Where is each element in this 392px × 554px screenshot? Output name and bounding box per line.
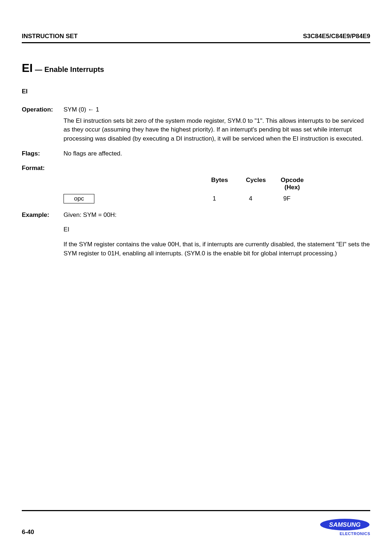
example-label: Example: [22, 211, 64, 264]
format-label: Format: [22, 164, 64, 173]
instruction-title: EI — Enable Interrupts [22, 61, 370, 75]
header-right: S3C84E5/C84E9/P84E9 [303, 33, 370, 40]
page-footer: 6-40 SAMSUNG ELECTRONICS [22, 510, 370, 536]
opcode-box: opc [64, 194, 94, 203]
format-headers: Bytes Cycles Opcode (Hex) [201, 177, 370, 191]
operation-section: Operation: SYM (0) ← 1 The EI instructio… [22, 105, 370, 143]
example-description: If the SYM register contains the value 0… [64, 240, 370, 258]
example-body: Given: SYM = 00H: EI If the SYM register… [64, 211, 370, 264]
title-separator: — [35, 65, 42, 74]
value-cycles: 4 [232, 195, 269, 202]
flags-text: No flags are affected. [64, 149, 370, 158]
format-table: Bytes Cycles Opcode (Hex) opc 1 4 9F [22, 177, 370, 203]
flags-section: Flags: No flags are affected. [22, 149, 370, 158]
flags-label: Flags: [22, 149, 64, 158]
title-description: Enable Interrupts [44, 65, 104, 74]
logo-subtext: ELECTRONICS [319, 531, 370, 536]
operation-label: Operation: [22, 105, 64, 143]
operation-description: The EI instruction sets bit zero of the … [64, 117, 370, 143]
page-number: 6-40 [22, 529, 34, 536]
page: INSTRUCTION SET S3C84E5/C84E9/P84E9 EI —… [0, 0, 392, 554]
header-bytes: Bytes [201, 177, 238, 191]
mnemonic-line: EI [22, 88, 370, 95]
operation-expression: SYM (0) ← 1 [64, 105, 370, 114]
header-opcode: Opcode (Hex) [274, 177, 310, 191]
title-mnemonic: EI [22, 61, 33, 75]
header-opcode-sub: (Hex) [274, 184, 310, 191]
value-opcode: 9F [269, 195, 305, 202]
operation-body: SYM (0) ← 1 The EI instruction sets bit … [64, 105, 370, 143]
logo-text: SAMSUNG [329, 521, 361, 528]
samsung-logo: SAMSUNG ELECTRONICS [319, 518, 370, 536]
format-body [64, 164, 370, 173]
footer-rule [22, 510, 370, 511]
header-opcode-text: Opcode [274, 177, 310, 184]
example-given: Given: SYM = 00H: [64, 211, 370, 220]
value-bytes: 1 [196, 195, 232, 202]
samsung-logo-icon: SAMSUNG [319, 518, 370, 531]
example-section: Example: Given: SYM = 00H: EI If the SYM… [22, 211, 370, 264]
header-cycles: Cycles [238, 177, 274, 191]
format-row: opc 1 4 9F [64, 194, 370, 203]
running-header: INSTRUCTION SET S3C84E5/C84E9/P84E9 [22, 33, 370, 43]
example-code: EI [64, 225, 370, 234]
format-section: Format: [22, 164, 370, 173]
header-left: INSTRUCTION SET [22, 33, 78, 40]
